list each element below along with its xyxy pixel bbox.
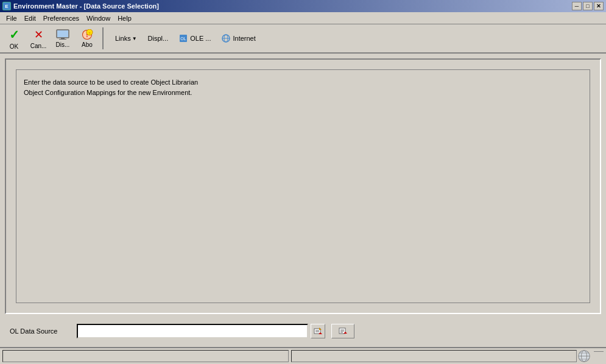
globe-icon — [577, 349, 591, 363]
ok-button[interactable]: ✓ OK — [2, 26, 26, 51]
title-bar-left: E Environment Master - [Data Source Sele… — [2, 2, 159, 10]
globe-svg — [577, 349, 591, 363]
form-input-wrapper — [77, 324, 325, 338]
cancel-icon: ✕ — [34, 28, 43, 41]
nav-internet-label: Internet — [233, 35, 255, 42]
internet-icon — [222, 34, 230, 43]
status-bar — [0, 347, 606, 364]
nav-links[interactable]: Links ▼ — [111, 32, 141, 45]
abort-icon: ! ? — [80, 29, 94, 40]
menu-preferences[interactable]: Preferences — [40, 13, 83, 23]
display-icon — [56, 29, 69, 40]
close-button[interactable]: ✕ — [594, 2, 604, 10]
status-right — [577, 349, 604, 363]
svg-rect-5 — [59, 39, 66, 40]
abort-button[interactable]: ! ? Abo — [76, 26, 99, 51]
svg-rect-4 — [61, 38, 65, 39]
content-panel: Enter the data source to be used to crea… — [5, 58, 601, 314]
nav-internet[interactable]: Internet — [217, 32, 259, 45]
menu-file[interactable]: File — [2, 13, 21, 23]
ok-label: OK — [10, 43, 18, 50]
app-icon: E — [2, 2, 11, 10]
content-panel-inner: Enter the data source to be used to crea… — [16, 69, 590, 303]
form-area: OL Data Source — [5, 320, 601, 342]
ol-data-source-label: OL Data Source — [10, 327, 71, 335]
nav-ole[interactable]: OL OLE ... — [175, 32, 215, 45]
cancel-button[interactable]: ✕ Can... — [27, 26, 50, 51]
resize-handle[interactable] — [594, 351, 604, 361]
title-bar-buttons: ─ □ ✕ — [572, 2, 604, 10]
minimize-button[interactable]: ─ — [572, 2, 582, 10]
toolbar: ✓ OK ✕ Can... Dis... ! ? Abo Links ▼ — [0, 24, 606, 54]
main-content: Enter the data source to be used to crea… — [0, 54, 606, 347]
menu-bar: File Edit Preferences Window Help — [0, 12, 606, 24]
cancel-label: Can... — [30, 43, 47, 49]
browse-button-1[interactable] — [311, 324, 325, 338]
restore-button[interactable]: □ — [583, 2, 593, 10]
abort-label: Abo — [82, 41, 93, 48]
window-title: Environment Master - [Data Source Select… — [13, 2, 159, 10]
ole-icon: OL — [179, 34, 188, 43]
display-button[interactable]: Dis... — [51, 26, 74, 51]
ok-icon: ✓ — [9, 27, 19, 42]
status-panel-2 — [291, 350, 577, 362]
browse-button-2[interactable] — [331, 324, 354, 338]
ol-data-source-input[interactable] — [77, 324, 308, 338]
description-line1: Enter the data source to be used to crea… — [24, 77, 582, 88]
title-bar: E Environment Master - [Data Source Sele… — [0, 0, 606, 12]
svg-rect-3 — [57, 30, 68, 37]
menu-help[interactable]: Help — [114, 13, 135, 23]
description-line2: Object Configuration Mappings for the ne… — [24, 88, 582, 98]
links-dropdown-icon: ▼ — [132, 36, 137, 41]
toolbar-nav: Links ▼ Displ... OL OLE ... Internet — [107, 24, 264, 53]
status-left — [2, 350, 577, 362]
menu-edit[interactable]: Edit — [21, 13, 40, 23]
nav-display-label: Displ... — [148, 35, 169, 42]
display-label: Dis... — [56, 41, 70, 48]
browse-icon-1 — [314, 327, 322, 335]
svg-marker-17 — [319, 327, 322, 330]
browse-icon-2 — [339, 327, 347, 335]
svg-text:OL: OL — [181, 37, 186, 41]
menu-window[interactable]: Window — [83, 13, 114, 23]
toolbar-separator — [102, 27, 104, 49]
nav-ole-label: OLE ... — [190, 35, 211, 42]
svg-text:E: E — [5, 4, 9, 9]
nav-display[interactable]: Displ... — [144, 32, 173, 45]
nav-links-label: Links — [115, 35, 131, 42]
status-panel-1 — [2, 350, 289, 362]
